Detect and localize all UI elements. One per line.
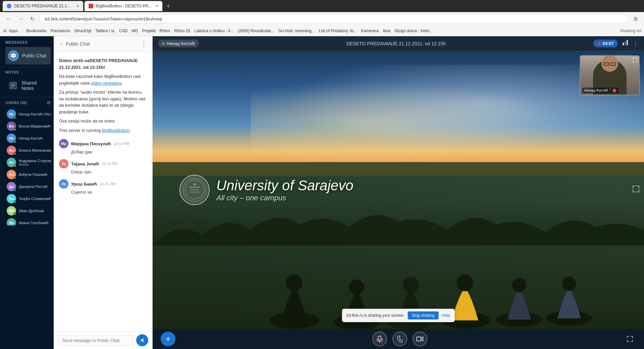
bookmark-predatory[interactable]: List of Predatory Jo... [319,29,357,33]
sidebar-item-shared-notes[interactable]: Shared Notes [5,77,51,94]
user-name: Ђорђе Стевановић [19,197,51,201]
address-bar[interactable]: b3.fink.rs/html5client/join?sessionToken… [39,14,629,23]
system-message-1: Dobro došli naDESETO PREDAVANJE 21.12.20… [59,57,147,134]
svg-rect-4 [623,43,624,45]
main-expand-button[interactable] [632,185,640,195]
svg-point-12 [403,277,419,293]
user-item[interactable]: HeНенад Костић [5,132,51,144]
user-item[interactable]: AnАндријана СтојковићMobile [5,156,51,168]
bookmark-bookmarks[interactable]: Bookmarks [26,29,46,33]
public-chat-avatar: 💬 [8,50,19,61]
refresh-button[interactable]: ↻ [28,14,37,23]
chat-back-button[interactable]: ← Public Chat [59,41,90,47]
user-item[interactable]: ИвИван Дробњак [5,205,51,217]
bookmark-structopt[interactable]: StructOpt [74,29,92,33]
bookmark-rhino20[interactable]: Rhino 20 [174,29,190,33]
bookmark-ikea[interactable]: Ikea [383,29,391,33]
more-options-button[interactable]: ⋮ [633,40,639,47]
bookmark-precisecno[interactable]: Precisecno [50,29,70,33]
forward-button[interactable]: → [16,14,25,23]
video-button[interactable] [413,332,427,346]
fullscreen-button[interactable] [624,333,636,345]
svg-point-10 [349,280,364,295]
chat-header: ← Public Chat ⋮ [54,36,152,52]
camera-expand-button[interactable] [633,58,637,64]
chat-msg-3-time: 12:21 PM [100,182,115,186]
extensions-button[interactable]: ⚙ [631,14,640,23]
users-header: USERS (30) ⚙ [5,100,51,105]
user-name: Весна Марјановић [19,124,51,128]
tab-2-favicon [89,4,93,8]
user-name: Иван Дробњак [19,209,44,213]
tab-1-title: DESETO PREDAVANJE 21.12.202... [14,4,72,8]
bookmarks-label: Bookmarks [26,29,46,33]
address-text: b3.fink.rs/html5client/join?sessionToken… [45,16,162,21]
add-button[interactable]: + [161,332,175,346]
chat-msg-3-text: Cujemo se [59,190,147,195]
apps-icon [3,29,7,33]
user-item[interactable]: AnАлекса Миленковић [5,144,51,156]
video-uputstva-link[interactable]: video uputstava [91,81,121,86]
chat-msg-1-avatar: Мр [59,139,68,148]
user-item[interactable]: АнАнђела Перовић [5,168,51,181]
users-gear-icon[interactable]: ⚙ [47,100,51,105]
bookmark-dizajn[interactable]: Dizajn doma - Interi... [394,29,433,33]
shared-notes-label: Shared Notes [21,80,48,91]
user-item[interactable]: HeНенад Костић (You) [5,108,51,120]
presenter-bar: Ненад Костић DESETO PREDAVANJE 21.12.202… [153,36,644,51]
chat-send-button[interactable] [136,334,148,346]
toolbar-left: + [161,332,175,346]
hide-sharing-button[interactable]: Hide [442,313,450,318]
svg-point-14 [457,275,473,292]
svg-point-23 [193,183,196,186]
reading-list-label[interactable]: Reading list [620,29,641,33]
university-name: University of Sarajevo [216,178,354,194]
bookmark-rhino[interactable]: Rhino [160,29,170,33]
new-tab-button[interactable]: + [164,2,173,10]
bookmark-mg[interactable]: MG [131,29,138,33]
university-logo: UNIVERSITAS STUDIORUM SARAEVIENSIS [179,175,210,205]
university-logo-inner: UNIVERSITAS STUDIORUM SARAEVIENSIS [183,178,206,202]
sidebar: MESSAGES 💬 Public Chat NOTES Shared Note… [0,36,54,349]
user-item[interactable]: BeВесна Марјановић [5,120,51,132]
svg-text:SARAEVIENSIS: SARAEVIENSIS [190,191,200,193]
phone-button[interactable] [392,332,407,346]
user-avatar: An [7,146,16,155]
toolbar-right [624,333,636,345]
bookmark-cad[interactable]: CAD [119,29,127,33]
bookmark-latinica[interactable]: Latinica u ćinilicu - k... [194,29,233,33]
user-name: Андријана Стојковић [19,159,51,163]
video-area: UNIVERSITAS STUDIORUM SARAEVIENSIS Unive… [153,51,644,329]
bookmark-scihub[interactable]: Sci-Hub: removing... [278,29,315,33]
tab-2-close[interactable]: × [156,3,158,9]
back-button[interactable]: ← [4,14,13,23]
mute-button[interactable] [372,332,387,346]
online-status-dot [13,140,16,143]
chat-msg-2-text: Dobar dan [59,169,147,174]
bookmark-projekti[interactable]: Projekti [142,29,156,33]
bookmark-apps[interactable]: Apps [3,29,18,33]
browser-controls: ← → ↻ b3.fink.rs/html5client/join?sessio… [0,12,644,26]
sidebar-item-public-chat[interactable]: 💬 Public Chat [5,47,51,64]
chat-msg-3-name: Урош Бакић [71,182,97,187]
user-item[interactable]: ИвИвана Голубовић [5,217,51,226]
stop-sharing-button[interactable]: Stop sharing [408,311,438,319]
rhino20-label: Rhino 20 [174,29,190,33]
online-status-dot [13,152,16,155]
user-item[interactable]: ДаДанијела Ристић [5,181,51,193]
bookmark-roundcube[interactable]: (2600) Roundcube... [238,29,274,33]
tab-2[interactable]: BigBlueButton - DESETO PR... × [85,1,162,11]
chat-input[interactable] [58,335,133,346]
bigbluebutton-link[interactable]: BigBlueButton [102,128,129,133]
stats-button[interactable] [622,39,629,48]
bookmark-tablice[interactable]: Tablice i sl. [95,29,115,33]
ikea-label: Ikea [383,29,391,33]
tablice-label: Tablice i sl. [95,29,115,33]
online-status-dot [13,213,16,215]
bookmark-kamenica[interactable]: Kamenica [361,29,379,33]
chat-msg-2-avatar: Ти [59,159,68,168]
tab-1-close[interactable]: × [76,3,79,9]
chat-menu-button[interactable]: ⋮ [141,40,147,48]
user-item[interactable]: ЂоЂорђе Стевановић [5,193,51,205]
tab-1[interactable]: DESETO PREDAVANJE 21.12.202... × [3,1,83,11]
